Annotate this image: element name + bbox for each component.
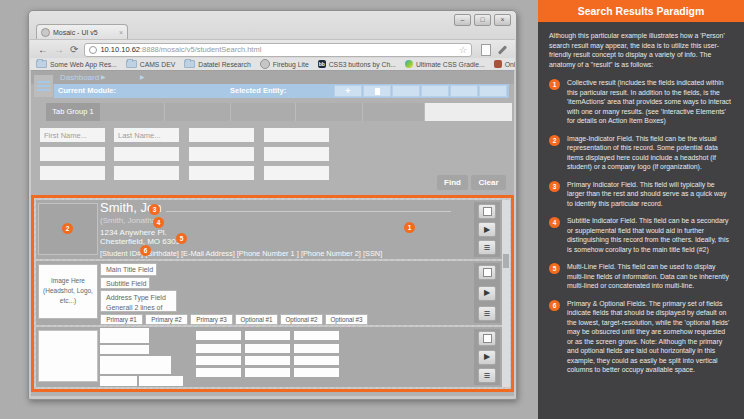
details-action-button[interactable]: ≡: [478, 240, 496, 255]
select-checkbox-button[interactable]: [478, 265, 496, 280]
main-title-field-label: Main Title Field: [100, 263, 157, 276]
list-icon: ≡: [484, 370, 490, 381]
tab-blank[interactable]: [296, 103, 363, 121]
tab-strip-spacer: [425, 103, 512, 121]
select-checkbox-button[interactable]: [478, 331, 496, 346]
bookmark-label: CAMS DEV: [140, 61, 176, 68]
bookmark-label: Ultimate CSS Gradie...: [416, 61, 485, 68]
bookmark-label: Some Web App Res...: [50, 61, 117, 68]
module-action-button[interactable]: [421, 85, 449, 97]
tab-blank[interactable]: [165, 103, 231, 121]
search-input[interactable]: [264, 128, 329, 142]
go-action-button[interactable]: ▶: [478, 286, 496, 301]
close-button[interactable]: ×: [494, 14, 511, 26]
search-input[interactable]: [189, 147, 254, 161]
browser-tab[interactable]: Mosaic - UI v5 ×: [36, 24, 128, 40]
search-input[interactable]: [264, 166, 329, 180]
tab-blank[interactable]: [231, 103, 296, 121]
address-field-label: Address Type Field Generall 2 lines of s…: [100, 290, 177, 312]
search-input[interactable]: [189, 166, 254, 180]
address-bar[interactable]: 10.10.10.62 :8888/mosaic/v5/studentSearc…: [84, 43, 472, 57]
bookmark-item[interactable]: Datatel Research: [184, 60, 251, 68]
module-action-button[interactable]: [479, 85, 507, 97]
browser-toolbar: ← → ⟳ 10.10.10.62 :8888/mosaic/v5/studen…: [30, 39, 515, 59]
item-actions: ▶ ≡: [474, 202, 500, 257]
minimize-button[interactable]: –: [454, 14, 471, 26]
entity-button[interactable]: [363, 85, 391, 97]
annotation-badge-6: 6: [140, 245, 151, 256]
module-action-button[interactable]: [450, 85, 478, 97]
find-button[interactable]: Find: [437, 175, 468, 190]
search-input[interactable]: [40, 166, 105, 180]
go-action-button[interactable]: ▶: [478, 350, 496, 365]
tab-close-icon[interactable]: ×: [119, 29, 123, 36]
add-button[interactable]: +: [334, 85, 362, 97]
title-divider: [166, 211, 451, 212]
search-input[interactable]: [264, 147, 329, 161]
bookmark-item[interactable]: Ultimate CSS Gradie...: [405, 60, 485, 68]
bookmark-item[interactable]: Some Web App Res...: [36, 60, 117, 68]
details-action-button[interactable]: ≡: [478, 306, 496, 321]
forward-icon[interactable]: →: [54, 40, 64, 59]
search-input[interactable]: [114, 166, 179, 180]
scrollbar-thumb[interactable]: [503, 254, 509, 268]
go-action-button[interactable]: ▶: [478, 222, 496, 237]
maximize-button[interactable]: □: [474, 14, 491, 26]
bookmark-item[interactable]: bb CSS3 buttons by Ch...: [318, 60, 396, 68]
item-actions: ▶ ≡: [474, 263, 500, 323]
menu-hamburger-icon[interactable]: [34, 75, 53, 97]
checkbox-icon: [483, 207, 492, 216]
blank-image-placeholder: [38, 330, 98, 382]
bookmark-item[interactable]: Firebug Lite: [260, 59, 309, 69]
tab-title: Mosaic - UI v5: [53, 29, 116, 36]
schema-image-line: (Headshot, Logo,: [39, 286, 97, 296]
refresh-icon[interactable]: ⟳: [70, 40, 78, 59]
panel-item: 1 Collective result (includes the fields…: [549, 78, 733, 126]
bookmark-label: Firebug Lite: [273, 61, 309, 68]
bookmark-label: Datatel Research: [198, 61, 251, 68]
search-input[interactable]: [189, 128, 254, 142]
details-action-button[interactable]: ≡: [478, 368, 496, 383]
search-input[interactable]: [114, 147, 179, 161]
item-text: Multi-Line Field. This field can be used…: [567, 262, 733, 291]
page-menu-icon[interactable]: [481, 44, 491, 56]
item-number-badge: 2: [549, 135, 560, 146]
panel-item: 2 Image-Indicator Field. This field can …: [549, 134, 733, 172]
results-scrollbar[interactable]: [502, 200, 510, 387]
search-input[interactable]: [40, 147, 105, 161]
blank-grid-field: [245, 356, 290, 365]
folder-icon: [184, 60, 195, 68]
bookmark-item[interactable]: Online JavaScript be...: [494, 60, 515, 68]
bookmark-item[interactable]: CAMS DEV: [126, 60, 176, 68]
css3-buttons-icon: bb: [318, 60, 326, 68]
tab-group-1[interactable]: Tab Group 1: [46, 103, 100, 121]
result-card-blank[interactable]: ▶ ≡: [36, 327, 502, 387]
result-card-schema[interactable]: Image Here (Headshot, Logo, etc...) Main…: [36, 261, 502, 325]
module-action-button[interactable]: [392, 85, 420, 97]
tab-blank[interactable]: [100, 103, 165, 121]
blank-address-field: [100, 356, 171, 374]
blank-grid-field: [196, 344, 241, 353]
wrench-menu-icon[interactable]: [498, 45, 507, 54]
blank-title-field: [100, 328, 149, 343]
current-module-label: Current Module:: [58, 84, 116, 98]
last-name-input[interactable]: [114, 128, 179, 142]
back-icon[interactable]: ←: [38, 40, 48, 59]
annotation-badge-5: 5: [176, 233, 187, 244]
breadcrumb-arrow-icon: ▶: [140, 71, 145, 84]
breadcrumb-dashboard[interactable]: Dashboard: [60, 71, 99, 84]
url-host: 10.10.10.62: [100, 45, 140, 54]
clear-button[interactable]: Clear: [471, 175, 506, 190]
blank-grid-field: [196, 368, 241, 377]
first-name-input[interactable]: [40, 128, 105, 142]
select-checkbox-button[interactable]: [478, 204, 496, 219]
bookmark-star-icon[interactable]: ☆: [459, 45, 467, 55]
panel-intro: Although this particular example illustr…: [549, 31, 733, 69]
module-bar-actions: +: [334, 85, 507, 97]
item-text: Subtitle Indicator Field. This field can…: [567, 216, 733, 254]
tab-blank[interactable]: [363, 103, 425, 121]
firebug-icon: [260, 59, 270, 69]
result-card-person[interactable]: 2 Smith, Jon 3 (Smith, Jonathan) 4 1234 …: [36, 200, 502, 259]
list-icon: ≡: [484, 242, 490, 253]
item-number-badge: 4: [549, 217, 560, 228]
